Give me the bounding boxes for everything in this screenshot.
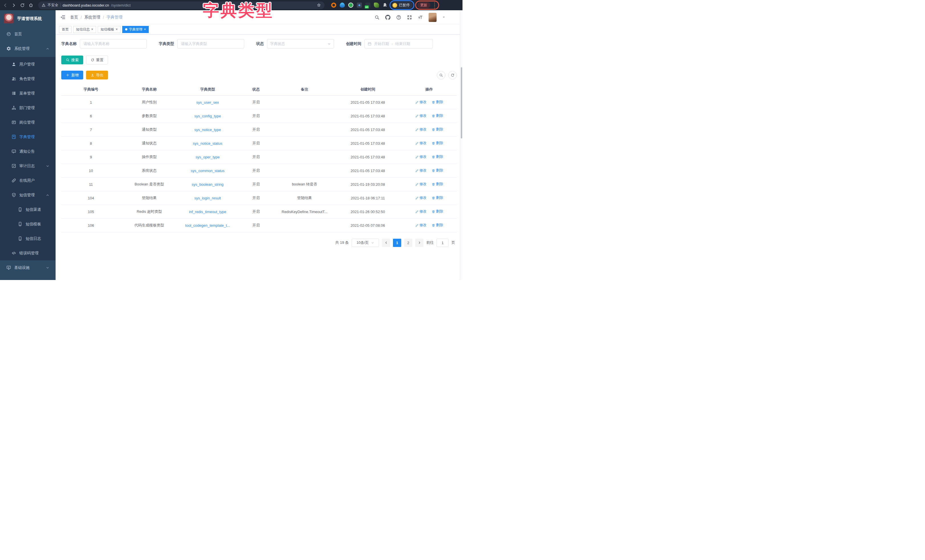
delete-link[interactable]: 删除 [432, 168, 443, 173]
close-icon[interactable]: × [91, 28, 93, 31]
dict-type-link[interactable]: sys_common_status [191, 169, 224, 173]
dict-type-link[interactable]: sys_user_sex [196, 100, 219, 105]
dict-type-link[interactable]: sys_oper_type [196, 155, 220, 159]
github-icon[interactable] [385, 15, 390, 20]
extension-switch-icon[interactable]: on [365, 3, 371, 8]
edit-link[interactable]: 修改 [415, 196, 426, 200]
sidebar-item[interactable]: 通知公告 [0, 144, 56, 159]
page-scrollbar[interactable] [460, 10, 462, 280]
extension-blue-drop-icon[interactable] [340, 3, 345, 8]
dict-type-link[interactable]: sys_boolean_string [192, 182, 224, 187]
browser-menu-icon[interactable]: ⋮⋮ [432, 2, 437, 8]
delete-link[interactable]: 删除 [432, 113, 443, 118]
scrollbar-thumb[interactable] [461, 67, 462, 138]
sidebar-item[interactable]: 短信管理 [0, 188, 56, 202]
sidebar-item[interactable]: 在线用户 [0, 173, 56, 188]
delete-link[interactable]: 删除 [432, 100, 443, 105]
reset-button[interactable]: 重置 [86, 56, 108, 65]
bookmark-star-icon[interactable] [316, 3, 321, 8]
edit-link[interactable]: 修改 [415, 127, 426, 132]
sidebar-item[interactable]: 部门管理 [0, 101, 56, 115]
sidebar-item[interactable]: 用户管理 [0, 57, 56, 71]
dict-type-link[interactable]: sys_login_result [194, 196, 221, 200]
sidebar-item[interactable]: 岗位管理 [0, 115, 56, 129]
dict-type-input[interactable] [177, 39, 244, 48]
view-tab[interactable]: 首页 × [59, 26, 72, 33]
edit-link[interactable]: 修改 [415, 182, 426, 187]
profile-paused-chip[interactable]: 已暂停 [391, 2, 413, 9]
page-number-button[interactable]: 2 [404, 239, 412, 247]
sidebar-item[interactable]: 菜单管理 [0, 86, 56, 101]
sidebar-item[interactable]: 角色管理 [0, 71, 56, 86]
sidebar-toggle-icon[interactable] [60, 15, 66, 20]
browser-home-icon[interactable] [29, 3, 33, 8]
view-tab[interactable]: 短信模板 × [98, 26, 121, 33]
dict-type-link[interactable]: sys_notice_type [194, 128, 221, 132]
toggle-search-button[interactable] [437, 71, 445, 80]
edit-link[interactable]: 修改 [415, 209, 426, 214]
edit-link[interactable]: 修改 [415, 223, 426, 227]
main-area: 首页 / 系统管理 / 字典管理 [56, 10, 462, 280]
extension-grid-icon[interactable]: ◆ [357, 3, 362, 8]
delete-link[interactable]: 删除 [432, 182, 443, 187]
extension-leaf-icon[interactable] [374, 3, 379, 8]
address-bar[interactable]: 不安全 dashboard.yudao.iocoder.cn/system/di… [38, 2, 325, 9]
dict-type-link[interactable]: inf_redis_timeout_type [189, 210, 226, 214]
sidebar-item[interactable]: 首页 [0, 27, 56, 41]
next-page-button[interactable] [415, 239, 423, 247]
dict-type-link[interactable]: tool_codegen_template_t... [185, 223, 230, 227]
browser-forward-icon[interactable] [11, 3, 16, 8]
edit-link[interactable]: 修改 [415, 154, 426, 159]
sidebar-item[interactable]: 系统管理 [0, 41, 56, 56]
browser-back-icon[interactable] [3, 3, 8, 8]
status-select[interactable]: 字典状态 [267, 39, 334, 48]
view-tab[interactable]: 字典管理 × [122, 26, 149, 33]
fullscreen-icon[interactable] [407, 15, 412, 20]
help-icon[interactable] [396, 15, 401, 20]
goto-page-input[interactable] [437, 239, 449, 247]
export-button[interactable]: 导出 [86, 71, 108, 80]
edit-link[interactable]: 修改 [415, 100, 426, 105]
browser-reload-icon[interactable] [20, 3, 25, 8]
edit-link[interactable]: 修改 [415, 113, 426, 118]
breadcrumb-home[interactable]: 首页 [70, 15, 78, 20]
date-range-picker[interactable]: 开始日期 - 结束日期 [365, 39, 433, 48]
dict-type-link[interactable]: sys_config_type [194, 114, 221, 118]
edit-link[interactable]: 修改 [415, 141, 426, 146]
sidebar-item[interactable]: 基础设施 [0, 260, 56, 275]
page-size-select[interactable]: 10条/页 [352, 239, 379, 247]
dict-name-input[interactable] [80, 39, 147, 48]
sidebar-item[interactable]: 短信渠道 [0, 202, 56, 217]
refresh-table-button[interactable] [448, 71, 457, 80]
extension-orange-icon[interactable] [331, 3, 336, 8]
view-tab[interactable]: 短信日志 × [73, 26, 96, 33]
page-number-button[interactable]: 1 [393, 239, 401, 247]
delete-link[interactable]: 删除 [432, 127, 443, 132]
close-icon[interactable]: × [116, 28, 118, 31]
sidebar-item[interactable]: 错误码管理 [0, 246, 56, 260]
delete-link[interactable]: 删除 [432, 141, 443, 146]
dict-type-link[interactable]: sys_notice_status [193, 141, 222, 146]
prev-page-button[interactable] [382, 239, 390, 247]
delete-link[interactable]: 删除 [432, 223, 443, 227]
delete-link[interactable]: 删除 [432, 209, 443, 214]
close-icon[interactable]: × [144, 28, 146, 31]
delete-link[interactable]: 删除 [432, 196, 443, 200]
extensions-puzzle-icon[interactable] [383, 3, 387, 8]
user-avatar[interactable] [429, 13, 437, 22]
delete-link[interactable]: 删除 [432, 154, 443, 159]
add-button[interactable]: 新增 [61, 71, 83, 80]
search-icon[interactable] [374, 15, 380, 20]
extension-green-icon[interactable] [348, 3, 353, 8]
sidebar-item[interactable]: 字典管理 [0, 129, 56, 144]
browser-update-button[interactable]: 更新 [417, 2, 430, 8]
caret-down-icon[interactable] [442, 16, 445, 19]
edit-link[interactable]: 修改 [415, 168, 426, 173]
sidebar-item[interactable]: 短信模板 [0, 217, 56, 231]
sidebar-item[interactable]: 短信日志 [0, 231, 56, 246]
app-logo-row[interactable]: 芋道管理系统 [0, 10, 56, 27]
sidebar-item[interactable]: 审计日志 [0, 159, 56, 173]
search-button[interactable]: 搜索 [61, 56, 83, 65]
breadcrumb-section[interactable]: 系统管理 [84, 15, 100, 20]
font-size-icon[interactable] [418, 15, 423, 20]
